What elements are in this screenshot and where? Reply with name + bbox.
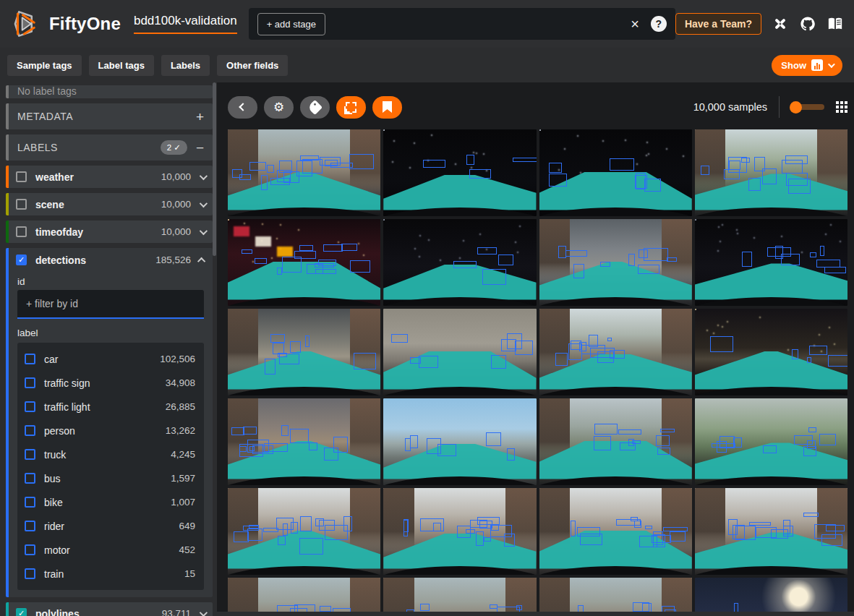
sample-tile[interactable] [695, 488, 847, 575]
field-name: weather [35, 171, 161, 183]
field-name: detections [35, 254, 155, 266]
sample-tile[interactable] [695, 398, 847, 485]
class-row-truck[interactable]: truck4,245 [25, 442, 197, 466]
chevron-down-icon[interactable] [200, 608, 208, 616]
show-button[interactable]: Show [772, 55, 842, 76]
class-checkbox[interactable] [25, 544, 35, 555]
polylines-checkbox[interactable]: ✓ [16, 608, 27, 616]
class-checkbox[interactable] [25, 521, 35, 531]
class-row-traffic-light[interactable]: traffic light26,885 [25, 395, 197, 419]
field-row-timeofday[interactable]: timeofday10,000 [6, 221, 213, 243]
chevron-down-icon[interactable] [200, 199, 208, 207]
class-checkbox[interactable] [25, 354, 35, 364]
class-checkbox[interactable] [25, 449, 35, 460]
sample-tile[interactable] [228, 309, 380, 395]
class-row-motor[interactable]: motor452 [25, 538, 197, 562]
class-checkbox[interactable] [25, 568, 35, 579]
class-name: motor [44, 544, 179, 556]
github-icon[interactable] [799, 15, 816, 33]
scene-checkbox[interactable] [16, 199, 27, 210]
detection-box [807, 440, 816, 449]
sample-tile[interactable] [539, 309, 692, 395]
labels-section-header[interactable]: LABELS 2 ✓ − [6, 134, 213, 161]
sample-tile[interactable] [228, 488, 380, 575]
collapse-icon[interactable]: − [196, 141, 204, 155]
class-checkbox[interactable] [25, 473, 35, 484]
tab-sample-tags[interactable]: Sample tags [7, 55, 82, 76]
tab-other-fields[interactable]: Other fields [217, 55, 288, 76]
add-stage-button[interactable]: + add stage [257, 13, 325, 35]
help-icon[interactable]: ? [651, 16, 667, 32]
sample-tile[interactable] [695, 219, 847, 306]
sample-tile[interactable] [228, 219, 380, 306]
sample-tile[interactable] [383, 309, 536, 395]
back-button[interactable] [228, 96, 257, 119]
chevron-down-icon[interactable] [200, 226, 208, 234]
slider-knob[interactable] [790, 101, 802, 114]
have-a-team-button[interactable]: Have a Team? [675, 13, 761, 35]
class-row-bike[interactable]: bike1,007 [25, 490, 197, 514]
sample-tile[interactable] [383, 129, 536, 216]
grid-view-icon[interactable] [836, 101, 847, 113]
class-checkbox[interactable] [25, 497, 35, 508]
tab-labels[interactable]: Labels [161, 55, 210, 76]
class-row-train[interactable]: train15 [25, 562, 197, 586]
field-name: timeofday [35, 226, 161, 238]
close-icon[interactable]: × [631, 16, 639, 33]
class-row-bus[interactable]: bus1,597 [25, 466, 197, 490]
detection-box [600, 262, 610, 267]
sample-tile[interactable] [695, 578, 847, 612]
sample-tile[interactable] [228, 129, 380, 216]
field-row-polylines[interactable]: ✓ polylines 93,711 [6, 602, 213, 616]
sample-tile[interactable] [228, 578, 380, 612]
tile-size-slider[interactable] [791, 104, 824, 110]
field-row-weather[interactable]: weather10,000 [6, 166, 213, 188]
slack-icon[interactable] [772, 15, 789, 33]
class-checkbox[interactable] [25, 401, 35, 412]
fiftyone-logo [10, 9, 40, 39]
sample-tile[interactable] [383, 488, 536, 575]
sample-tile[interactable] [695, 309, 847, 395]
sidebar-scrollbar[interactable] [213, 82, 216, 256]
field-row-detections[interactable]: ✓ detections 185,526 [9, 248, 213, 272]
field-row-scene[interactable]: scene10,000 [6, 193, 213, 215]
detection-box [788, 179, 811, 194]
sample-tile[interactable] [539, 578, 692, 612]
detections-checkbox[interactable]: ✓ [16, 254, 27, 265]
detection-box [783, 520, 790, 534]
expand-icon[interactable]: + [196, 110, 204, 124]
sample-tile[interactable] [383, 219, 536, 306]
sample-tile[interactable] [383, 578, 536, 612]
sample-tile[interactable] [539, 488, 692, 575]
class-row-rider[interactable]: rider649 [25, 514, 197, 538]
view-stage-bar[interactable]: + add stage × ? [249, 8, 675, 40]
metadata-section-header[interactable]: METADATA + [6, 103, 213, 129]
sample-tile[interactable] [539, 129, 692, 216]
detection-box [581, 345, 605, 354]
sample-tile[interactable] [695, 129, 847, 216]
docs-icon[interactable] [827, 15, 844, 33]
id-filter-input[interactable] [17, 290, 204, 319]
scene-building [817, 129, 847, 192]
sample-tile[interactable] [539, 219, 692, 306]
chevron-down-icon[interactable] [200, 171, 208, 179]
tab-label-tags[interactable]: Label tags [89, 55, 154, 76]
settings-button[interactable]: ⚙ [264, 96, 294, 119]
class-row-car[interactable]: car102,506 [25, 347, 197, 371]
detection-box [733, 437, 742, 448]
patches-button[interactable] [336, 96, 366, 119]
class-checkbox[interactable] [25, 377, 35, 388]
detection-box [594, 424, 618, 435]
tag-button[interactable] [300, 96, 330, 119]
dataset-name[interactable]: bdd100k-validation [134, 14, 237, 34]
sample-tile[interactable] [539, 398, 692, 485]
bookmark-button[interactable] [372, 96, 402, 119]
class-row-person[interactable]: person13,262 [25, 419, 197, 442]
timeofday-checkbox[interactable] [16, 226, 27, 237]
class-checkbox[interactable] [25, 425, 35, 436]
weather-checkbox[interactable] [16, 171, 27, 182]
chevron-up-icon[interactable] [197, 257, 205, 265]
sample-tile[interactable] [228, 398, 380, 485]
sample-tile[interactable] [383, 398, 536, 485]
class-row-traffic-sign[interactable]: traffic sign34,908 [25, 371, 197, 395]
